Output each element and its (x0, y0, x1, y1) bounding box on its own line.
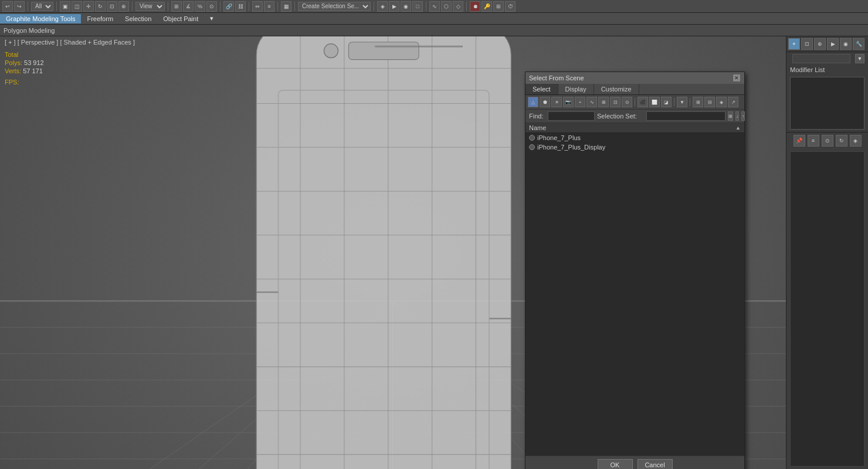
viewport[interactable]: [ + ] [ Perspective ] [ Shaded + Edged F… (0, 36, 786, 469)
tb-filter-icon[interactable]: ▼ (677, 97, 687, 107)
rp-icon-modify[interactable]: ⊡ (801, 38, 813, 50)
percent-snap-icon[interactable]: % (195, 1, 205, 12)
snap-icon[interactable]: ⊞ (171, 1, 182, 12)
menu-freeform[interactable]: Freeform (81, 14, 119, 23)
tb-collapse-icon[interactable]: ⊟ (704, 97, 715, 107)
tb-none-icon[interactable]: ⬜ (649, 97, 660, 107)
right-panel-icons: ✦ ⊡ ⊕ ▶ ◉ 🔧 (786, 36, 868, 52)
tab-display[interactable]: Display (558, 84, 594, 94)
rp-icon-hierarchy[interactable]: ⊕ (814, 38, 826, 50)
schematic-icon[interactable]: ⬡ (441, 1, 452, 12)
find-input[interactable] (548, 111, 595, 121)
select-from-scene-dialog: Select From Scene ✕ Select Display Custo… (525, 72, 745, 469)
modifier-preview-area (790, 77, 864, 130)
undo-icon[interactable]: ↩ (2, 1, 13, 12)
select-object-icon[interactable]: ▣ (60, 1, 70, 12)
selection-set-input[interactable] (646, 111, 725, 121)
dialog-list[interactable]: iPhone_7_Plus iPhone_7_Plus_Display (525, 133, 744, 456)
dialog-title-bar[interactable]: Select From Scene ✕ (525, 72, 744, 84)
tb-highlight-icon[interactable]: ◈ (716, 97, 727, 107)
select-region-icon[interactable]: ◫ (72, 1, 82, 12)
render-setup-icon[interactable]: ◈ (377, 1, 388, 12)
move-icon[interactable]: ✛ (83, 1, 94, 12)
menu-extra-tab[interactable]: ▾ (204, 13, 219, 23)
rp-asset-tracking-icon[interactable]: ⊙ (822, 135, 833, 147)
cancel-button[interactable]: Cancel (638, 459, 673, 469)
tb-invert-icon[interactable]: ◪ (661, 97, 672, 107)
create-sel-dropdown[interactable]: Create Selection Se... (298, 2, 371, 11)
render-to-tex-icon[interactable]: □ (412, 1, 423, 12)
tb-all-icon[interactable]: ⬛ (638, 97, 648, 107)
menu-object-paint[interactable]: Object Paint (157, 14, 204, 23)
list-item-label-1: iPhone_7_Plus (537, 134, 581, 141)
rotate-icon[interactable]: ↻ (95, 1, 106, 12)
tb-shapes-icon[interactable]: ⬟ (540, 97, 550, 107)
svg-rect-42 (348, 42, 419, 60)
sub-toolbar: Polygon Modeling (0, 25, 868, 36)
list-item-dot-2 (529, 144, 535, 150)
ref-coord-icon[interactable]: ⊕ (118, 1, 129, 12)
list-item-iphone7plus-display[interactable]: iPhone_7_Plus_Display (525, 142, 744, 152)
mirror-icon[interactable]: ⇔ (252, 1, 263, 12)
selection-filter-dropdown[interactable]: All (31, 2, 53, 11)
sep9 (374, 2, 374, 11)
active-shade-icon[interactable]: ◉ (401, 1, 411, 12)
list-item-dot-1 (529, 135, 535, 141)
rp-icon-create[interactable]: ✦ (788, 38, 800, 50)
sep8 (294, 2, 295, 11)
timeconfig-icon[interactable]: ⏱ (505, 1, 516, 12)
list-item-iphone7plus[interactable]: iPhone_7_Plus (525, 133, 744, 142)
rp-icon-display[interactable]: ◉ (840, 38, 852, 50)
material-editor-icon[interactable]: ◇ (453, 1, 463, 12)
render-icon[interactable]: ▶ (389, 1, 399, 12)
list-sort-icon[interactable]: ▲ (735, 125, 741, 131)
spinner-snap-icon[interactable]: ⊙ (206, 1, 217, 12)
rp-icon-utilities[interactable]: 🔧 (853, 38, 864, 50)
layer-icon[interactable]: ▦ (281, 1, 291, 12)
link-icon[interactable]: 🔗 (223, 1, 234, 12)
unlink-icon[interactable]: ⛓ (235, 1, 246, 12)
rp-bottom-icons: 📌 ≡ ⊙ ↻ ◈ (786, 132, 868, 149)
toolbar-icons: ↩ ↪ All ▣ ◫ ✛ ↻ ⊡ ⊕ View ⊞ ∡ % ⊙ 🔗 ⛓ ⇔ ≡… (0, 1, 518, 12)
view-dropdown[interactable]: View (135, 2, 165, 11)
tb-helpers-icon[interactable]: + (575, 97, 585, 107)
menu-selection[interactable]: Selection (119, 14, 157, 23)
modifier-list-input[interactable] (792, 54, 850, 63)
tb-camera-icon[interactable]: 📷 (563, 97, 574, 107)
dialog-list-header: Name ▲ (525, 123, 744, 133)
tb-xrefs-icon[interactable]: ⊡ (610, 97, 621, 107)
rp-global-icon[interactable]: ◈ (850, 135, 862, 147)
rp-icon-motion[interactable]: ▶ (827, 38, 839, 50)
ok-button[interactable]: OK (598, 459, 633, 469)
sep4 (168, 2, 168, 11)
tab-select[interactable]: Select (525, 84, 558, 94)
tab-customize[interactable]: Customize (594, 84, 639, 94)
menu-bar: Graphite Modeling Tools Freeform Selecti… (0, 13, 868, 25)
tb-geometry-icon[interactable]: △ (528, 97, 538, 107)
redo-icon[interactable]: ↪ (14, 1, 25, 12)
tb-spacewarps-icon[interactable]: ∿ (586, 97, 597, 107)
angle-snap-icon[interactable]: ∡ (183, 1, 194, 12)
tb-lights-icon[interactable]: ☀ (551, 97, 562, 107)
find-btn-3[interactable]: ↑ (741, 111, 745, 121)
dialog-close-button[interactable]: ✕ (733, 74, 741, 82)
setkey-icon[interactable]: 🔑 (482, 1, 492, 12)
tb-expand-icon[interactable]: ⊞ (693, 97, 703, 107)
modifier-list-arrow[interactable]: ▼ (855, 54, 864, 63)
sep7 (277, 2, 278, 11)
rp-history-icon[interactable]: ↻ (836, 135, 847, 147)
keyfilter-icon[interactable]: ⊞ (493, 1, 504, 12)
rp-channel-info-icon[interactable]: ≡ (808, 135, 819, 147)
scale-icon[interactable]: ⊡ (107, 1, 117, 12)
align-icon[interactable]: ≡ (264, 1, 274, 12)
find-row: Find: Selection Set: ⊞ ↓ ↑ (525, 110, 744, 123)
curve-editor-icon[interactable]: ∿ (429, 1, 440, 12)
tb-groups-icon[interactable]: ⊞ (598, 97, 609, 107)
autokey-icon[interactable]: ⏺ (470, 1, 480, 12)
menu-graphite[interactable]: Graphite Modeling Tools (0, 14, 81, 23)
find-btn-2[interactable]: ↓ (735, 111, 739, 121)
tb-bones-icon[interactable]: ⊙ (622, 97, 632, 107)
rp-pin-icon[interactable]: 📌 (794, 135, 805, 147)
tb-select-icon[interactable]: ↗ (728, 97, 738, 107)
find-btn-1[interactable]: ⊞ (728, 111, 733, 121)
